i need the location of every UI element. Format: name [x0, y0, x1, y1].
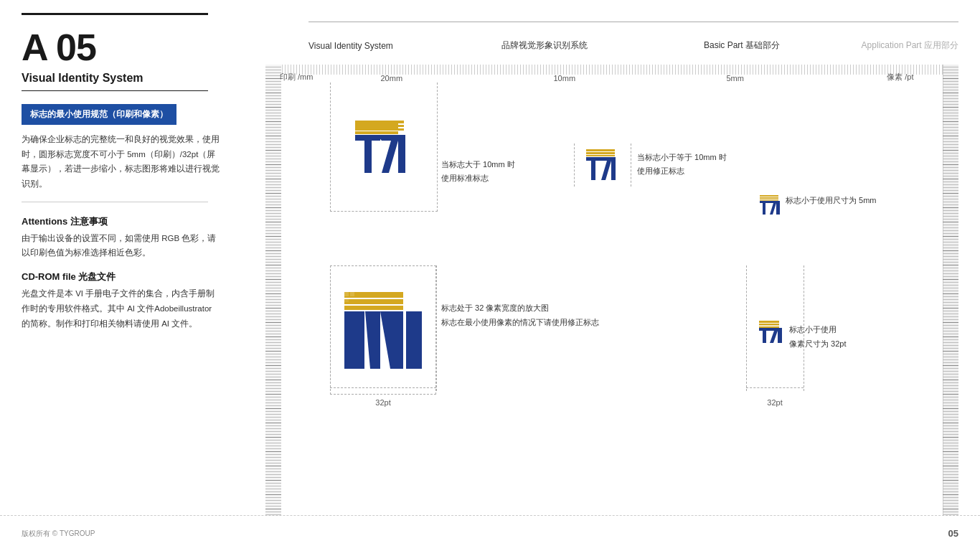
svg-marker-13	[586, 157, 601, 180]
logo-small-svg	[758, 194, 783, 216]
svg-rect-10	[586, 149, 615, 151]
svg-marker-26	[365, 311, 380, 369]
col3-bottom-dashed	[746, 387, 804, 389]
logo-col3-box	[753, 190, 788, 220]
nav-item-vis: Visual Identity System	[308, 41, 466, 51]
measurement-labels-row: 印刷 /mm 20mm 10mm 5mm 像素 /pt	[280, 72, 943, 83]
pt-label-bottom-right: 32pt	[746, 398, 804, 407]
svg-rect-25	[344, 311, 364, 369]
svg-rect-18	[760, 199, 778, 201]
cdrom-title: CD-ROM file 光盘文件	[22, 270, 222, 283]
nav-item-basic: Basic Part 基础部分	[623, 39, 801, 52]
col-bottom-right-border-r	[804, 265, 805, 391]
pt-label-bottom-left: 32pt	[330, 398, 436, 407]
col2-description: 当标志小于等于 10mm 时 使用修正标志	[637, 151, 727, 177]
left-panel: A 05 Visual Identity System 标志的最小使用规范（印刷…	[0, 0, 244, 515]
svg-rect-8	[355, 125, 404, 127]
logo-pixel-large-svg	[340, 291, 426, 369]
attentions-title: Attentions 注意事项	[22, 215, 222, 228]
label-print-mm: 印刷 /mm	[280, 72, 352, 83]
logo-col2-box	[574, 143, 631, 187]
svg-rect-12	[586, 155, 615, 156]
bottom-right-description: 标志小于使用 像素尺寸为 32pt	[789, 323, 846, 352]
col-bottom-right-border-l	[746, 265, 748, 391]
ruler-vertical-right	[943, 65, 958, 515]
svg-rect-28	[406, 311, 422, 369]
footer-page-number: 05	[948, 528, 958, 539]
footer: 版权所有 © TYGROUP 05	[0, 515, 980, 551]
svg-rect-23	[344, 299, 403, 304]
nav-item-app: Application Part 应用部分	[801, 39, 958, 52]
nav-divider-line	[308, 22, 958, 22]
logo-large-pixel-box	[330, 265, 436, 395]
header-nav: Visual Identity System 品牌视觉形象识别系统 Basic …	[308, 39, 958, 52]
svg-rect-11	[586, 152, 615, 154]
svg-rect-31	[344, 298, 349, 302]
svg-rect-9	[355, 128, 404, 131]
svg-rect-3	[355, 131, 398, 134]
label-5mm: 5mm	[727, 74, 813, 83]
footer-copyright: 版权所有 © TYGROUP	[22, 529, 95, 539]
label-20mm: 20mm	[381, 74, 496, 83]
label-pixel-pt: 像素 /pt	[871, 72, 914, 83]
col3-description: 标志小于使用尺寸为 5mm	[786, 194, 877, 207]
svg-rect-32	[759, 321, 779, 323]
logo-small-bottom-box	[753, 316, 789, 349]
description-text: 为确保企业标志的完整统一和良好的视觉效果，使用时，圆形标志宽度不可小于 5mm（…	[22, 132, 222, 192]
page-code: A 05	[22, 27, 96, 68]
col-bottom-left-border-l	[330, 265, 331, 391]
col1-bottom-dashed	[330, 387, 436, 389]
title-underline	[22, 90, 208, 91]
logo-corrected-svg	[584, 149, 621, 182]
logo-small-bottom-svg	[758, 320, 785, 344]
section-divider-1	[22, 202, 208, 202]
nav-item-brand: 品牌视觉形象识别系统	[466, 39, 623, 52]
svg-marker-27	[380, 311, 403, 369]
svg-rect-7	[355, 121, 404, 123]
logo-standard-svg	[352, 119, 416, 175]
svg-marker-4	[355, 135, 380, 173]
svg-rect-30	[350, 292, 354, 296]
svg-rect-33	[759, 324, 779, 326]
svg-rect-34	[759, 326, 779, 328]
svg-marker-35	[759, 328, 771, 343]
svg-rect-29	[344, 292, 349, 296]
col-bottom-left-border-r	[436, 265, 438, 391]
bottom-description: 标志处于 32 像素宽度的放大图 标志在最小使用像素的情况下请使用修正标志	[441, 301, 599, 330]
logo-col1-box	[330, 83, 438, 212]
svg-rect-16	[760, 195, 778, 197]
page-title: Visual Identity System	[22, 72, 222, 85]
svg-marker-19	[760, 201, 770, 215]
ruler-vertical-left: /* generated by CSS */	[265, 65, 281, 515]
attentions-text: 由于输出设备的设置不同，如需使用 RGB 色彩，请以印刷色值为标准选择相近色彩。	[22, 231, 222, 260]
label-10mm: 10mm	[554, 74, 669, 83]
section-box: 标志的最小使用规范（印刷和像素）	[22, 104, 176, 125]
svg-rect-24	[344, 306, 403, 310]
col1-description: 当标志大于 10mm 时 使用标准标志	[441, 158, 515, 184]
cdrom-text: 光盘文件是本 VI 手册电子文件的集合，内含手册制作时的专用软件格式。其中 AI…	[22, 286, 222, 331]
svg-rect-17	[760, 197, 778, 199]
